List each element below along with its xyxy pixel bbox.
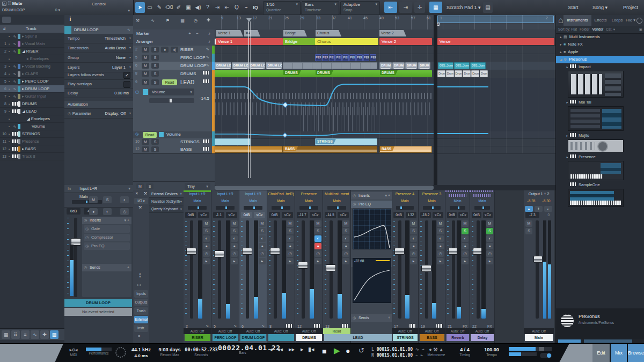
tree-item-presence[interactable]: ▸Presence: [556, 153, 644, 161]
audio-clip[interactable]: PERC: [335, 54, 342, 61]
track-lane-drums[interactable]: DRUMSDRUMSDRUMSDrumDrumDrumDrumDrumDrum: [215, 70, 555, 78]
forward-button[interactable]: ▸▸: [289, 346, 295, 353]
channel-output[interactable]: Main: [470, 199, 494, 205]
scrollbar-thumb[interactable]: [558, 339, 581, 343]
channel-label[interactable]: DRUMS: [296, 334, 322, 341]
loop-button[interactable]: ↺: [358, 346, 364, 354]
audio-clip-group[interactable]: [283, 62, 377, 69]
pan-value[interactable]: <C>: [310, 212, 321, 218]
list-icon[interactable]: ≡: [138, 334, 140, 338]
audio-clip[interactable]: DRUM LOC: [249, 62, 266, 69]
audio-clip[interactable]: PERC: [329, 54, 335, 61]
wrench-icon[interactable]: ⚒: [144, 191, 147, 196]
scratch-selection-band[interactable]: [437, 16, 554, 23]
mute-button[interactable]: M: [231, 220, 238, 227]
mix-view-button[interactable]: Mix: [611, 344, 627, 362]
mixer-strip-riser[interactable]: Input L+RMain0dB<C>MS◐●◷▸2∿Auto: OffRISE…: [184, 190, 211, 343]
compressor-display[interactable]: -22.68: [353, 258, 391, 303]
snap-dropdown[interactable]: Adaptive Snap ▾: [340, 1, 380, 15]
fader-cap[interactable]: [214, 250, 224, 257]
track-row[interactable]: 5•∿▸ PERC LOOP: [0, 78, 64, 85]
fader-track[interactable]: [398, 220, 401, 319]
record-arm-button[interactable]: ●: [231, 243, 238, 249]
audio-clip[interactable]: DRUM LOC: [266, 62, 282, 69]
record-arm-button[interactable]: ●: [314, 243, 321, 249]
automation-mode-read[interactable]: Read: [162, 79, 177, 85]
automation-value-slider[interactable]: [149, 98, 194, 103]
search-icon[interactable]: [636, 18, 642, 24]
mixer-strip-strings[interactable]: Presence 4Main0dBL32MS◐●◷▸17Auto: OffSTR…: [392, 190, 419, 343]
pan-slider[interactable]: [474, 206, 490, 210]
browse-view-button[interactable]: Browse: [628, 344, 644, 362]
track-header-riser[interactable]: 2MS●◂)RISER∿: [133, 46, 215, 54]
solo-button[interactable]: S: [151, 55, 159, 61]
track-lane-strings[interactable]: STRINGS: [215, 138, 555, 146]
gain-value[interactable]: 0dB: [241, 212, 252, 218]
expand-icon[interactable]: ▸: [259, 258, 266, 264]
info-icon[interactable]: i: [67, 16, 74, 24]
input-row[interactable]: In Input L+R ▾: [64, 185, 133, 193]
clock-icon[interactable]: ◷: [203, 250, 210, 257]
mute-button[interactable]: M: [486, 220, 493, 227]
clock-icon[interactable]: ◷: [410, 250, 417, 257]
channel-name-chip[interactable]: DRUM LOOP: [64, 299, 132, 307]
play-overlaps-row[interactable]: Play overlaps: [64, 79, 133, 89]
gain-value[interactable]: 0dB: [67, 208, 80, 215]
view-icon-0[interactable]: ▦: [2, 330, 10, 339]
pan-icon[interactable]: ◐: [342, 235, 349, 242]
gain-value[interactable]: 0dB: [185, 212, 196, 218]
mute-button[interactable]: M: [525, 220, 532, 227]
audio-clip[interactable]: PERC: [356, 54, 363, 61]
tab-effects[interactable]: Effects: [591, 15, 610, 26]
pan-value[interactable]: <C>: [458, 212, 468, 218]
toggle-switch[interactable]: [540, 353, 552, 358]
tool-0-icon[interactable]: ➤: [135, 2, 145, 13]
channel-input-name[interactable]: Input L+R: [239, 192, 267, 199]
track-row[interactable]: 10•STRINGS: [0, 130, 64, 138]
pan-icon[interactable]: ◐: [287, 235, 294, 242]
pan-value[interactable]: <C>: [198, 212, 209, 218]
layers-follow-events-row[interactable]: Layers follow events✓: [64, 70, 133, 80]
checkbox-unchecked[interactable]: [123, 81, 130, 88]
home-icon[interactable]: ⌂: [558, 15, 564, 26]
tool-8-icon[interactable]: ⇥: [213, 2, 222, 13]
mute-button[interactable]: M: [462, 220, 469, 227]
pan-icon[interactable]: ◐: [231, 235, 238, 242]
channel-output[interactable]: Main: [445, 199, 470, 205]
pan-icon[interactable]: ◐: [410, 235, 417, 242]
tree-item-impact[interactable]: ▸Impact: [556, 63, 644, 71]
pan-icon[interactable]: ◐: [314, 235, 321, 242]
mixer-strip-reverb[interactable]: Main0dB<C>MS◐●◷▸21FXAuto: OffReverb: [445, 190, 470, 343]
device-thumbnail-presence[interactable]: [568, 161, 624, 180]
track-row[interactable]: 11•Presence: [0, 138, 64, 145]
track-row[interactable]: 4•∿▸ CLAPS: [0, 70, 64, 78]
pan-value[interactable]: <C>: [433, 212, 443, 218]
center-playhead-button[interactable]: ✛: [414, 2, 425, 13]
pan-icon[interactable]: ◐: [259, 235, 266, 242]
wrench-icon[interactable]: ⚒: [138, 205, 142, 210]
console-bank-external[interactable]: External: [134, 316, 148, 323]
hamburger-icon[interactable]: [2, 17, 11, 23]
audio-clip[interactable]: DRUM LOC: [405, 62, 418, 69]
tree-item-apple[interactable]: ▸■Apple: [556, 48, 644, 56]
insert-slot[interactable]: Gate: [84, 225, 130, 233]
fader-track[interactable]: [452, 220, 455, 319]
sort-vendor[interactable]: Vendor: [592, 27, 604, 31]
channel-label[interactable]: BASS: [420, 334, 444, 341]
volume-automation-curve[interactable]: [215, 78, 434, 131]
marker-flag[interactable]: Verse 1: [216, 30, 243, 36]
automation-mode-read[interactable]: Read: [143, 132, 157, 138]
solo-button[interactable]: S: [151, 47, 159, 53]
output-meter[interactable]: [509, 347, 555, 356]
audio-clip[interactable]: PERC: [315, 54, 321, 61]
automation-mode[interactable]: Auto: Off: [419, 328, 445, 334]
pan-slider[interactable]: [450, 206, 465, 210]
pan-slider[interactable]: [423, 206, 441, 210]
channel-output[interactable]: Main: [392, 199, 418, 205]
autoscroll-left-button[interactable]: ⇤: [384, 2, 397, 13]
time-signature[interactable]: 4 / 4Timing: [455, 347, 474, 357]
audio-clip[interactable]: DRUM LOC: [232, 62, 248, 69]
main-gain[interactable]: -7.3: [525, 212, 539, 218]
track-lane-lead[interactable]: [215, 78, 555, 132]
fader-cap[interactable]: [326, 264, 336, 271]
